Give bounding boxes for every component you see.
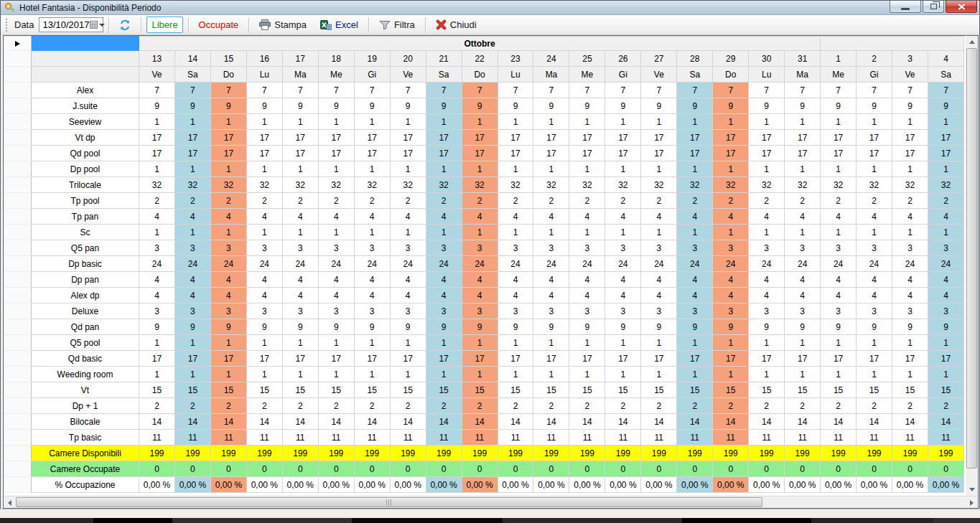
availability-cell[interactable]: 1 bbox=[462, 335, 498, 351]
availability-cell[interactable]: 1 bbox=[641, 367, 677, 382]
summary-value-cell[interactable]: 0,00 % bbox=[605, 477, 641, 493]
availability-cell[interactable]: 15 bbox=[174, 382, 210, 398]
availability-cell[interactable]: 2 bbox=[426, 193, 462, 209]
availability-cell[interactable]: 7 bbox=[857, 83, 892, 98]
availability-cell[interactable]: 4 bbox=[426, 288, 462, 303]
availability-cell[interactable]: 11 bbox=[426, 430, 462, 446]
stampa-button[interactable]: Stampa bbox=[254, 17, 312, 33]
availability-cell[interactable]: 32 bbox=[174, 177, 210, 193]
availability-cell[interactable]: 1 bbox=[354, 367, 390, 382]
availability-cell[interactable]: 17 bbox=[821, 130, 857, 146]
availability-cell[interactable]: 14 bbox=[821, 414, 857, 430]
availability-cell[interactable]: 32 bbox=[928, 177, 963, 193]
availability-cell[interactable]: 2 bbox=[713, 398, 749, 414]
availability-cell[interactable]: 15 bbox=[713, 382, 749, 398]
availability-cell[interactable]: 3 bbox=[426, 303, 462, 319]
availability-cell[interactable]: 3 bbox=[785, 303, 821, 319]
availability-cell[interactable]: 32 bbox=[821, 177, 857, 193]
summary-value-cell[interactable]: 199 bbox=[390, 446, 426, 461]
availability-cell[interactable]: 1 bbox=[246, 367, 282, 382]
availability-cell[interactable]: 9 bbox=[246, 98, 282, 114]
availability-cell[interactable]: 2 bbox=[928, 398, 963, 414]
scroll-right-button[interactable] bbox=[966, 496, 978, 509]
availability-cell[interactable]: 1 bbox=[390, 161, 426, 177]
availability-cell[interactable]: 24 bbox=[857, 256, 892, 272]
room-name-cell[interactable]: Dp basic bbox=[32, 256, 139, 272]
availability-cell[interactable]: 9 bbox=[892, 319, 928, 335]
availability-cell[interactable]: 3 bbox=[857, 240, 892, 256]
availability-cell[interactable]: 24 bbox=[426, 256, 462, 272]
availability-cell[interactable]: 9 bbox=[857, 98, 892, 114]
room-name-cell[interactable]: Alex dp bbox=[32, 288, 139, 303]
summary-value-cell[interactable]: 199 bbox=[713, 446, 749, 461]
availability-cell[interactable]: 15 bbox=[282, 382, 318, 398]
scroll-up-button[interactable] bbox=[966, 36, 978, 48]
availability-cell[interactable]: 1 bbox=[713, 367, 749, 382]
availability-cell[interactable]: 32 bbox=[569, 177, 605, 193]
availability-cell[interactable]: 4 bbox=[246, 209, 282, 225]
availability-cell[interactable]: 9 bbox=[174, 98, 210, 114]
availability-cell[interactable]: 4 bbox=[533, 209, 569, 225]
availability-cell[interactable]: 2 bbox=[821, 193, 857, 209]
availability-cell[interactable]: 17 bbox=[210, 146, 246, 161]
availability-cell[interactable]: 11 bbox=[498, 430, 533, 446]
availability-cell[interactable]: 4 bbox=[892, 209, 928, 225]
availability-cell[interactable]: 2 bbox=[390, 398, 426, 414]
weekday-header-cell[interactable]: Sa bbox=[928, 67, 963, 83]
availability-cell[interactable]: 14 bbox=[677, 414, 713, 430]
month-header-october[interactable]: Ottobre bbox=[139, 37, 821, 51]
availability-cell[interactable]: 2 bbox=[857, 398, 892, 414]
availability-cell[interactable]: 7 bbox=[354, 83, 390, 98]
availability-cell[interactable]: 4 bbox=[210, 288, 246, 303]
availability-cell[interactable]: 4 bbox=[426, 272, 462, 288]
availability-cell[interactable]: 1 bbox=[533, 335, 569, 351]
room-name-cell[interactable]: Qd basic bbox=[32, 351, 139, 367]
availability-cell[interactable]: 15 bbox=[892, 382, 928, 398]
availability-cell[interactable]: 17 bbox=[498, 130, 533, 146]
availability-cell[interactable]: 4 bbox=[282, 288, 318, 303]
availability-cell[interactable]: 1 bbox=[426, 114, 462, 130]
availability-cell[interactable]: 9 bbox=[282, 98, 318, 114]
availability-cell[interactable]: 4 bbox=[569, 209, 605, 225]
summary-value-cell[interactable]: 199 bbox=[533, 446, 569, 461]
availability-cell[interactable]: 24 bbox=[282, 256, 318, 272]
availability-cell[interactable]: 4 bbox=[318, 209, 354, 225]
availability-cell[interactable]: 1 bbox=[282, 114, 318, 130]
availability-cell[interactable]: 17 bbox=[354, 351, 390, 367]
occupate-button[interactable]: Occupate bbox=[194, 17, 244, 33]
availability-cell[interactable]: 1 bbox=[174, 114, 210, 130]
summary-value-cell[interactable]: 0 bbox=[713, 461, 749, 477]
summary-value-cell[interactable]: 0,00 % bbox=[282, 477, 318, 493]
availability-cell[interactable]: 1 bbox=[210, 335, 246, 351]
availability-cell[interactable]: 17 bbox=[318, 146, 354, 161]
availability-cell[interactable]: 3 bbox=[462, 303, 498, 319]
availability-cell[interactable]: 17 bbox=[426, 351, 462, 367]
availability-cell[interactable]: 1 bbox=[749, 367, 785, 382]
date-header-cell[interactable]: 20 bbox=[390, 51, 426, 67]
horizontal-scroll-thumb[interactable] bbox=[16, 497, 762, 507]
availability-cell[interactable]: 32 bbox=[605, 177, 641, 193]
availability-cell[interactable]: 2 bbox=[318, 193, 354, 209]
availability-cell[interactable]: 24 bbox=[713, 256, 749, 272]
availability-cell[interactable]: 32 bbox=[354, 177, 390, 193]
availability-cell[interactable]: 1 bbox=[677, 114, 713, 130]
availability-cell[interactable]: 14 bbox=[318, 414, 354, 430]
availability-cell[interactable]: 1 bbox=[282, 161, 318, 177]
availability-cell[interactable]: 1 bbox=[210, 114, 246, 130]
summary-value-cell[interactable]: 0 bbox=[928, 461, 963, 477]
horizontal-scrollbar[interactable] bbox=[4, 496, 978, 508]
availability-cell[interactable]: 32 bbox=[246, 177, 282, 193]
availability-cell[interactable]: 4 bbox=[390, 272, 426, 288]
availability-cell[interactable]: 4 bbox=[677, 209, 713, 225]
availability-cell[interactable]: 3 bbox=[533, 303, 569, 319]
room-name-cell[interactable]: Tp pool bbox=[32, 193, 139, 209]
availability-cell[interactable]: 3 bbox=[246, 303, 282, 319]
availability-cell[interactable]: 4 bbox=[533, 272, 569, 288]
summary-value-cell[interactable]: 199 bbox=[605, 446, 641, 461]
availability-cell[interactable]: 32 bbox=[390, 177, 426, 193]
availability-cell[interactable]: 4 bbox=[174, 288, 210, 303]
weekday-header-cell[interactable]: Ma bbox=[282, 67, 318, 83]
date-header-cell[interactable]: 16 bbox=[246, 51, 282, 67]
availability-cell[interactable]: 4 bbox=[246, 288, 282, 303]
availability-cell[interactable]: 15 bbox=[462, 382, 498, 398]
